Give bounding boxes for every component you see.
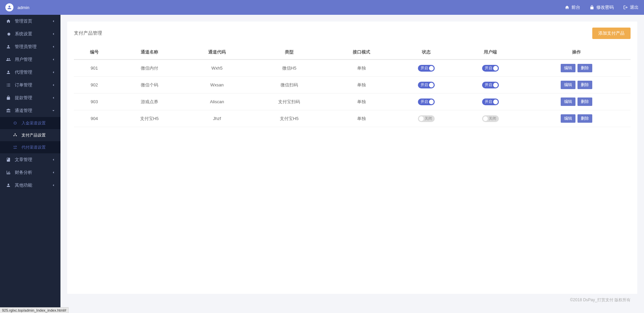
chevron-icon xyxy=(52,170,55,175)
th-status: 状态 xyxy=(394,45,458,60)
toggle-knob xyxy=(429,66,434,71)
client-toggle[interactable]: 开启 xyxy=(482,65,499,72)
sidebar-subitem-2[interactable]: 代付渠道设置 xyxy=(0,141,60,153)
lock-icon xyxy=(5,95,11,100)
add-product-button[interactable]: 添加支付产品 xyxy=(592,28,631,39)
frontend-link[interactable]: 前台 xyxy=(565,4,580,10)
logout-label: 退出 xyxy=(630,4,639,10)
status-toggle[interactable]: 开启 xyxy=(418,65,435,72)
cell-id: 903 xyxy=(74,93,115,110)
cell-client: 开启 xyxy=(458,93,522,110)
header-left: admin xyxy=(5,3,29,11)
cell-mode: 单独 xyxy=(329,77,394,93)
th-client: 用户端 xyxy=(458,45,522,60)
sub-icon xyxy=(12,145,18,150)
cell-status: 开启 xyxy=(394,93,458,110)
client-toggle[interactable]: 关闭 xyxy=(482,115,499,122)
table-row: 901 微信内付 Wxh5 微信H5 单独 开启 开启 编辑 删除 xyxy=(74,60,631,77)
table-row: 903 游戏点券 Aliscan 支付宝扫码 单独 开启 开启 编辑 删除 xyxy=(74,93,631,110)
cell-type: 微信H5 xyxy=(250,60,329,77)
status-toggle[interactable]: 关闭 xyxy=(418,115,435,122)
sidebar-item-label: 通道管理 xyxy=(15,108,32,114)
status-toggle[interactable]: 开启 xyxy=(418,99,435,105)
toggle-knob xyxy=(483,116,488,121)
cell-mode: 单独 xyxy=(329,93,394,110)
sidebar-item-2[interactable]: 管理员管理 xyxy=(0,40,60,53)
th-id: 编号 xyxy=(74,45,115,60)
table-row: 904 支付宝H5 Jhzf 支付宝H5 单独 关闭 关闭 编辑 删除 xyxy=(74,110,631,127)
toggle-knob xyxy=(429,100,434,104)
edit-button[interactable]: 编辑 xyxy=(561,64,575,72)
table-row: 902 微信个码 Wxsan 微信扫码 单独 开启 开启 编辑 删除 xyxy=(74,77,631,93)
delete-button[interactable]: 删除 xyxy=(577,64,592,72)
delete-button[interactable]: 删除 xyxy=(577,81,592,89)
chevron-icon xyxy=(52,19,55,24)
sidebar-submenu: 入金渠道设置支付产品设置代付渠道设置 xyxy=(0,117,60,153)
products-table: 编号 通道名称 通道代码 类型 接口模式 状态 用户端 操作 901 微信内付 … xyxy=(74,45,631,127)
sidebar-item-label: 订单管理 xyxy=(15,82,32,88)
edit-button[interactable]: 编辑 xyxy=(561,97,575,106)
bank-icon xyxy=(5,108,11,113)
table-header-row: 编号 通道名称 通道代码 类型 接口模式 状态 用户端 操作 xyxy=(74,45,631,60)
cell-id: 902 xyxy=(74,77,115,93)
sidebar-item-7[interactable]: 通道管理 xyxy=(0,104,60,117)
change-password-link[interactable]: 修改密码 xyxy=(590,4,614,10)
sidebar-item-label: 其他功能 xyxy=(15,182,32,188)
sub-icon xyxy=(12,133,18,138)
toggle-knob xyxy=(419,116,424,121)
edit-button[interactable]: 编辑 xyxy=(561,114,575,123)
cell-type: 微信扫码 xyxy=(250,77,329,93)
sidebar-item-label: 系统设置 xyxy=(15,31,32,37)
edit-button[interactable]: 编辑 xyxy=(561,81,575,89)
toggle-knob xyxy=(493,83,498,87)
cell-status: 开启 xyxy=(394,60,458,77)
cell-name: 微信内付 xyxy=(115,60,184,77)
book-icon xyxy=(5,157,11,162)
sidebar-item-6[interactable]: 提款管理 xyxy=(0,91,60,104)
cell-client: 开启 xyxy=(458,60,522,77)
sidebar-item-3[interactable]: 用户管理 xyxy=(0,53,60,66)
chevron-icon xyxy=(52,83,55,88)
sidebar-item-5[interactable]: 订单管理 xyxy=(0,79,60,91)
th-mode: 接口模式 xyxy=(329,45,394,60)
sidebar-item-1[interactable]: 系统设置 xyxy=(0,28,60,40)
sidebar-item-9[interactable]: 财务分析 xyxy=(0,166,60,179)
sidebar-item-0[interactable]: 管理首页 xyxy=(0,15,60,28)
change-password-label: 修改密码 xyxy=(596,4,614,10)
lock-icon xyxy=(590,5,594,10)
th-action: 操作 xyxy=(522,45,631,60)
cell-code: Jhzf xyxy=(184,110,250,127)
cell-client: 开启 xyxy=(458,77,522,93)
sidebar-item-4[interactable]: 代理管理 xyxy=(0,66,60,79)
client-toggle[interactable]: 开启 xyxy=(482,99,499,105)
cell-mode: 单独 xyxy=(329,110,394,127)
sidebar-item-10[interactable]: 其他功能 xyxy=(0,179,60,192)
cell-action: 编辑 删除 xyxy=(522,110,631,127)
sidebar-item-label: 代理管理 xyxy=(15,69,32,75)
client-toggle[interactable]: 开启 xyxy=(482,82,499,88)
list-icon xyxy=(5,83,11,87)
sidebar-subitem-0[interactable]: 入金渠道设置 xyxy=(0,117,60,129)
sidebar-subitem-1[interactable]: 支付产品设置 xyxy=(0,129,60,141)
sidebar-item-label: 管理员管理 xyxy=(15,44,37,50)
user-icon xyxy=(7,5,12,10)
home-icon xyxy=(5,19,11,24)
th-type: 类型 xyxy=(250,45,329,60)
panel: 支付产品管理 添加支付产品 编号 通道名称 通道代码 类型 接口模式 状态 用户… xyxy=(67,22,637,294)
sidebar-item-label: 管理首页 xyxy=(15,18,32,24)
delete-button[interactable]: 删除 xyxy=(577,97,592,106)
chevron-icon xyxy=(52,70,55,75)
cell-action: 编辑 删除 xyxy=(522,77,631,93)
logout-link[interactable]: 退出 xyxy=(623,4,639,10)
cell-code: Wxh5 xyxy=(184,60,250,77)
sidebar-item-label: 提款管理 xyxy=(15,95,32,101)
cell-code: Wxsan xyxy=(184,77,250,93)
sidebar-item-8[interactable]: 文章管理 xyxy=(0,153,60,166)
sidebar-subitem-label: 代付渠道设置 xyxy=(22,145,46,150)
cell-type: 支付宝扫码 xyxy=(250,93,329,110)
cogs-icon xyxy=(5,32,11,36)
th-name: 通道名称 xyxy=(115,45,184,60)
delete-button[interactable]: 删除 xyxy=(577,114,592,123)
status-toggle[interactable]: 开启 xyxy=(418,82,435,88)
sidebar-item-label: 文章管理 xyxy=(15,157,32,163)
